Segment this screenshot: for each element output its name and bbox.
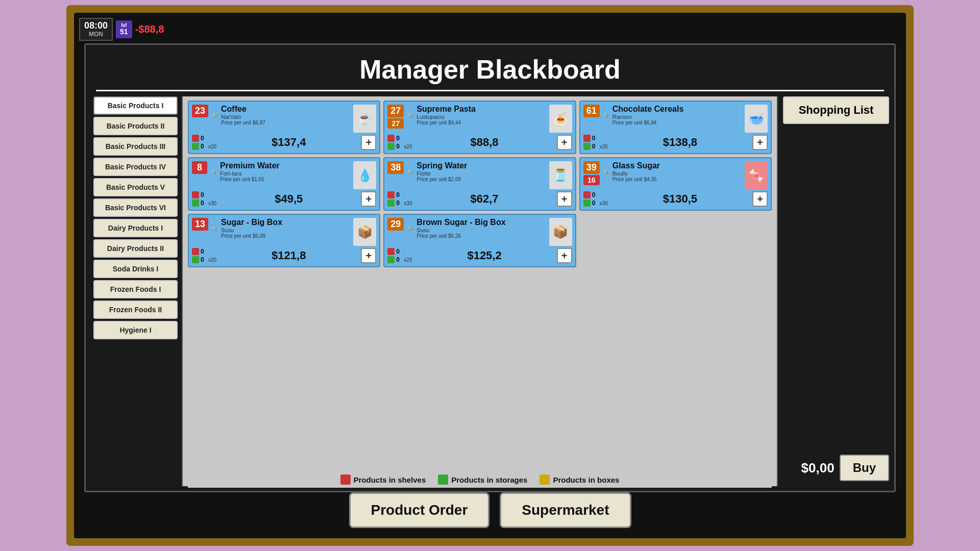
product-image-coffee: ☕ — [353, 105, 376, 133]
hud-clock: 08:00 MON — [79, 18, 113, 41]
hud-day: MON — [84, 31, 108, 38]
product-brand-sugar-big-box: Susu — [221, 227, 351, 233]
legend-storages-dot — [438, 474, 448, 485]
product-price-brown-sugar-big-box: $125,2 — [467, 249, 501, 262]
sidebar-item-basic-products-ii[interactable]: Basic Products II — [93, 117, 178, 135]
legend-area: Products in shelves Products in storages… — [188, 471, 772, 488]
product-image-glass-sugar: 🍬 — [745, 161, 768, 189]
product-name-spring-water: Spring Water — [416, 161, 547, 170]
storage-dot — [192, 199, 199, 207]
storage-dot — [583, 143, 591, 150]
product-counters-sugar-big-box: 0 0 x20 — [192, 248, 216, 263]
product-name-coffee: Coffee — [221, 105, 351, 114]
add-button-brown-sugar-big-box[interactable]: + — [557, 248, 572, 263]
product-brand-brown-sugar-big-box: Susu — [416, 227, 547, 233]
sidebar-item-basic-products-vi[interactable]: Basic Products VI — [93, 198, 178, 217]
product-brand-premium-water: Fort-lacs — [220, 170, 351, 177]
sidebar-item-frozen-foods-i[interactable]: Frozen Foods I — [93, 280, 178, 298]
product-price-spring-water: $62,7 — [471, 192, 499, 206]
product-price-coffee: $137,4 — [272, 136, 306, 149]
product-price-chocolate-cereals: $138,8 — [663, 136, 697, 149]
board-divider — [96, 90, 884, 91]
product-name-chocolate-cereals: Chocolate Cereals — [612, 105, 743, 114]
add-button-supreme-pasta[interactable]: + — [557, 135, 572, 150]
shopping-list: Shopping List $0,00 Buy — [777, 96, 889, 486]
product-image-premium-water: 💧 — [353, 161, 376, 189]
product-image-brown-sugar-big-box: 📦 — [549, 218, 572, 246]
product-price-label-glass-sugar: Price per unit $4,35 — [612, 177, 743, 182]
product-counters-coffee: 0 0 x20 — [192, 135, 216, 150]
hud-money: -$88,8 — [135, 23, 164, 35]
product-price-label-supreme-pasta: Price per unit $4,44 — [416, 120, 547, 126]
legend-boxes-dot — [540, 474, 550, 485]
sidebar-item-basic-products-i[interactable]: Basic Products I — [93, 96, 178, 115]
product-badge-glass-sugar: 39 — [583, 161, 600, 174]
sidebar-item-soda-drinks-i[interactable]: Soda Drinks I — [93, 260, 178, 278]
product-name-sugar-big-box: Sugar - Big Box — [221, 218, 351, 227]
sidebar-item-basic-products-iii[interactable]: Basic Products III — [93, 137, 178, 156]
bottom-bar: Product Order Supermarket — [84, 490, 896, 531]
add-button-sugar-big-box[interactable]: + — [361, 248, 376, 263]
product-name-premium-water: Premium Water — [220, 161, 351, 170]
product-badge-supreme-pasta: 27 — [387, 105, 404, 117]
product-counters-glass-sugar: 0 0 x30 — [583, 191, 608, 207]
product-counters-chocolate-cereals: 0 0 x20 — [583, 135, 608, 150]
shelf-dot — [192, 135, 199, 142]
product-price-premium-water: $49,5 — [275, 192, 303, 206]
hud: 08:00 MON lvl 51 -$88,8 — [79, 18, 164, 41]
supermarket-button[interactable]: Supermarket — [500, 492, 631, 528]
add-button-glass-sugar[interactable]: + — [752, 191, 768, 207]
legend-shelves-dot — [340, 474, 351, 485]
main-board: Manager Blackboard Basic Products I Basi… — [84, 43, 896, 492]
legend-shelves-label: Products in shelves — [354, 475, 426, 484]
main-frame: 08:00 MON lvl 51 -$88,8 Manager Blackboa… — [66, 5, 914, 546]
board-content: Basic Products I Basic Products II Basic… — [86, 96, 894, 486]
sidebar-item-basic-products-iv[interactable]: Basic Products IV — [93, 158, 178, 176]
legend-shelves: Products in shelves — [340, 474, 426, 485]
storage-dot — [192, 256, 199, 263]
shelf-dot — [387, 248, 395, 255]
storage-dot — [387, 143, 395, 150]
shelf-dot — [192, 248, 199, 255]
hud-time-value: 08:00 — [84, 21, 108, 31]
product-card-glass-sugar: 39 16 ⚙️ Glass Sugar Boully Price per un… — [579, 157, 772, 211]
product-brand-chocolate-cereals: Racoon — [612, 114, 743, 120]
product-price-label-spring-water: Price per unit $2,09 — [416, 177, 547, 182]
legend-boxes: Products in boxes — [540, 474, 619, 485]
product-counters-premium-water: 0 0 x30 — [192, 191, 216, 207]
product-badge-brown-sugar-big-box: 29 — [387, 218, 404, 231]
sidebar-item-basic-products-v[interactable]: Basic Products V — [93, 178, 178, 196]
sidebar-item-dairy-products-i[interactable]: Dairy Products I — [93, 219, 178, 237]
product-image-supreme-pasta: 🍝 — [549, 105, 572, 133]
product-card-spring-water: 38 ⚙️ Spring Water Flotte Price per unit… — [383, 157, 576, 211]
product-price-supreme-pasta: $88,8 — [471, 136, 499, 149]
shelf-dot — [192, 191, 199, 198]
product-image-chocolate-cereals: 🥣 — [745, 105, 768, 133]
products-area: 23 ⚙️ Coffee NarValo Price per unit $6,8… — [183, 96, 777, 486]
legend-storages: Products in storages — [438, 474, 527, 485]
product-badge-chocolate-cereals: 61 — [583, 105, 600, 117]
product-card-chocolate-cereals: 61 ⚙️ Chocolate Cereals Racoon Price per… — [579, 101, 772, 154]
sidebar-item-frozen-foods-ii[interactable]: Frozen Foods II — [93, 300, 178, 319]
product-image-sugar-big-box: 📦 — [353, 218, 376, 246]
shopping-list-title: Shopping List — [783, 96, 889, 124]
sidebar-item-hygiene-i[interactable]: Hygiene I — [93, 321, 178, 339]
shelf-dot — [387, 191, 395, 198]
product-price-label-sugar-big-box: Price per unit $6,09 — [221, 233, 351, 239]
add-button-chocolate-cereals[interactable]: + — [752, 135, 768, 150]
bottom-buttons: Product Order Supermarket — [349, 492, 631, 528]
add-button-premium-water[interactable]: + — [361, 191, 376, 207]
sidebar-item-dairy-products-ii[interactable]: Dairy Products II — [93, 239, 178, 258]
add-button-coffee[interactable]: + — [361, 135, 376, 150]
product-brand-spring-water: Flotte — [416, 170, 547, 177]
legend-boxes-label: Products in boxes — [553, 475, 619, 484]
board-title: Manager Blackboard — [86, 45, 894, 90]
product-order-button[interactable]: Product Order — [349, 492, 490, 528]
sidebar: Basic Products I Basic Products II Basic… — [91, 96, 183, 486]
add-button-spring-water[interactable]: + — [557, 191, 572, 207]
product-brand-supreme-pasta: Lustupacru — [416, 114, 547, 120]
product-counters-spring-water: 0 0 x30 — [387, 191, 412, 207]
buy-button[interactable]: Buy — [840, 455, 889, 481]
product-card-brown-sugar-big-box: 29 ⚙️ Brown Sugar - Big Box Susu Price p… — [383, 214, 576, 267]
legend-storages-label: Products in storages — [451, 475, 527, 484]
